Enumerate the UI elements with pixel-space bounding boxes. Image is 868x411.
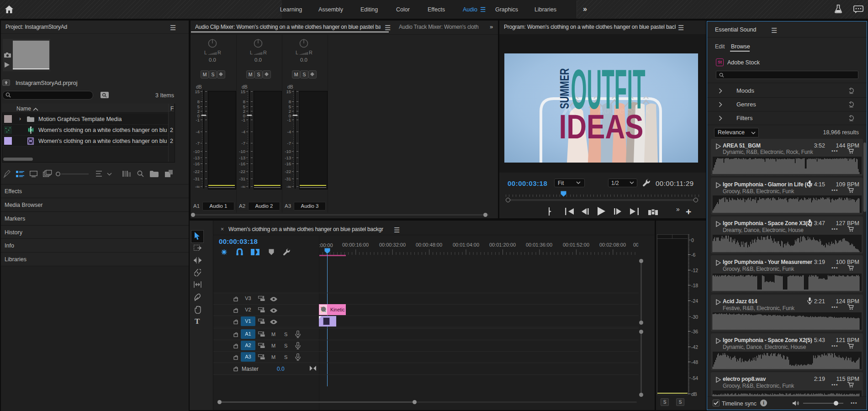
svg-text:IDEAS: IDEAS <box>559 108 644 146</box>
svg-text:SUMMER: SUMMER <box>557 68 572 109</box>
